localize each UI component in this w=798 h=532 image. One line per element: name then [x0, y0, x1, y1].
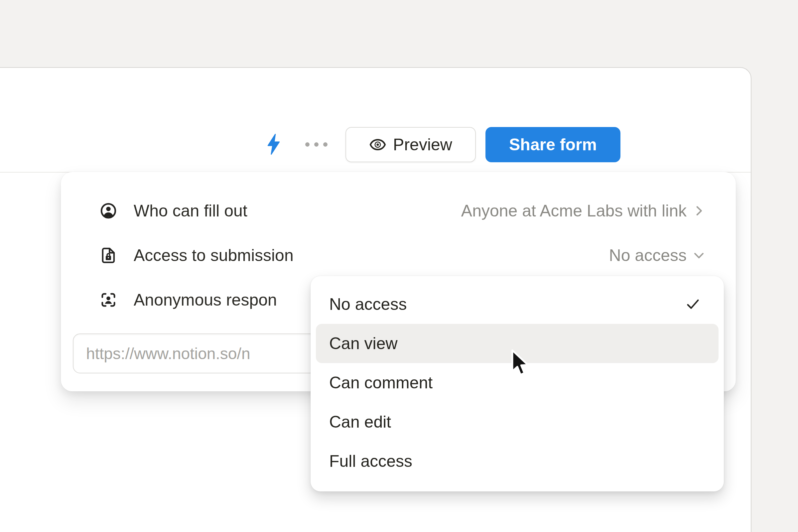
page-background: { "toolbar": { "preview_label": "Preview…	[0, 0, 798, 532]
toolbar: Preview Share form	[0, 68, 751, 173]
share-form-button-label: Share form	[509, 135, 597, 154]
menu-item-label: Can comment	[329, 373, 433, 392]
menu-item-label: No access	[329, 294, 407, 314]
menu-item-can-edit[interactable]: Can edit	[316, 402, 719, 441]
preview-button-label: Preview	[393, 135, 452, 154]
share-form-button[interactable]: Share form	[486, 127, 621, 162]
menu-item-full-access[interactable]: Full access	[316, 441, 719, 481]
menu-item-label: Can view	[329, 334, 398, 353]
more-options-button[interactable]	[305, 142, 327, 147]
preview-button[interactable]: Preview	[345, 127, 476, 162]
person-circle-icon	[100, 202, 117, 220]
chevron-right-icon	[691, 203, 706, 218]
anonymous-person-icon	[100, 291, 117, 308]
row-label: Who can fill out	[134, 201, 247, 221]
row-value: Anyone at Acme Labs with link	[461, 201, 687, 221]
menu-item-label: Can edit	[329, 412, 391, 432]
eye-icon	[369, 136, 386, 153]
row-label: Access to submission	[134, 246, 293, 265]
access-to-submission-row[interactable]: Access to submission No access	[61, 233, 736, 278]
row-label: Anonymous respon	[134, 290, 277, 309]
chevron-down-icon	[691, 248, 706, 263]
row-value: No access	[609, 246, 687, 265]
who-can-fill-out-row[interactable]: Who can fill out Anyone at Acme Labs wit…	[61, 189, 736, 233]
lightning-bolt-icon[interactable]	[266, 133, 281, 156]
access-dropdown-menu: No access Can view Can comment Can edit …	[310, 276, 724, 491]
menu-item-label: Full access	[329, 452, 412, 471]
menu-item-no-access[interactable]: No access	[316, 285, 719, 324]
cursor-arrow-icon	[510, 348, 531, 379]
check-icon	[685, 296, 701, 312]
document-lock-icon	[100, 247, 117, 264]
